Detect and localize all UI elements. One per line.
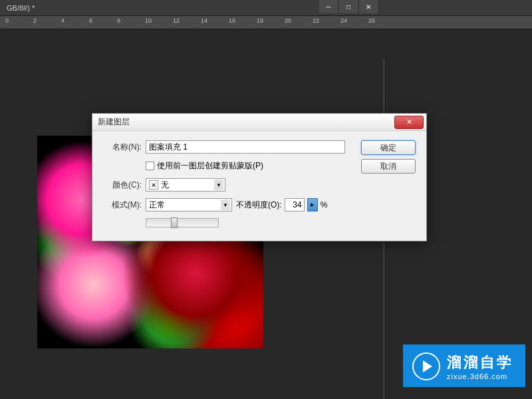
color-select[interactable]: ✕ 无 ▼ <box>146 178 225 192</box>
dialog-form: 名称(N): 使用前一图层创建剪贴蒙版(P) 颜色(C): ✕ 无 ▼ <box>103 140 353 227</box>
opacity-label: 不透明度(O): <box>236 200 282 211</box>
dialog-close-button[interactable]: ✕ <box>394 116 424 129</box>
color-label: 颜色(C): <box>103 180 142 191</box>
ruler-tick: 26 <box>368 17 375 24</box>
watermark-title: 溜溜自学 <box>447 352 513 372</box>
ruler-tick: 2 <box>33 17 37 24</box>
mode-value: 正常 <box>149 200 165 211</box>
none-swatch-icon: ✕ <box>149 180 158 190</box>
opacity-slider[interactable] <box>146 218 219 227</box>
color-row: 颜色(C): ✕ 无 ▼ <box>103 178 353 192</box>
ruler-tick: 20 <box>285 17 291 24</box>
ok-button[interactable]: 确定 <box>361 140 416 155</box>
mode-select[interactable]: 正常 ▼ <box>146 198 232 211</box>
watermark: 溜溜自学 zixue.3d66.com <box>403 344 525 387</box>
opacity-flyout-button[interactable]: ▶ <box>307 198 318 211</box>
close-button[interactable]: ✕ <box>359 0 378 13</box>
ruler-tick: 14 <box>201 17 207 24</box>
ruler-tick: 8 <box>117 17 120 24</box>
slider-thumb[interactable] <box>171 217 178 228</box>
maximize-button[interactable]: □ <box>339 0 358 13</box>
ruler-tick: 18 <box>257 17 263 24</box>
minimize-button[interactable]: ─ <box>319 0 338 13</box>
mode-row: 模式(M): 正常 ▼ 不透明度(O): ▶ % <box>103 198 353 211</box>
name-row: 名称(N): <box>103 140 353 154</box>
ruler-tick: 22 <box>313 17 319 24</box>
color-value: 无 <box>161 180 169 191</box>
ruler-tick: 0 <box>5 17 9 24</box>
document-tab[interactable]: GB/8#) * <box>0 1 41 15</box>
chevron-down-icon: ▼ <box>214 180 223 190</box>
ruler-tick: 16 <box>229 17 235 24</box>
ruler-tick: 4 <box>61 17 65 24</box>
chevron-down-icon: ▼ <box>221 200 230 210</box>
ruler-tick: 12 <box>173 17 180 24</box>
dialog-body: 名称(N): 使用前一图层创建剪贴蒙版(P) 颜色(C): ✕ 无 ▼ <box>92 131 426 241</box>
dialog-titlebar[interactable]: 新建图层 ✕ <box>92 114 426 131</box>
clipping-mask-checkbox[interactable] <box>146 162 154 170</box>
ruler-tick: 10 <box>145 17 152 24</box>
dialog-title: 新建图层 <box>98 116 130 128</box>
ruler-tick: 6 <box>89 17 92 24</box>
clipping-mask-label: 使用前一图层创建剪贴蒙版(P) <box>157 160 263 172</box>
opacity-unit: % <box>321 200 328 209</box>
opacity-group: 不透明度(O): ▶ % <box>236 198 327 211</box>
opacity-input[interactable] <box>285 198 305 211</box>
play-icon <box>412 352 440 380</box>
horizontal-ruler: 0 2 4 6 8 10 12 14 16 18 20 22 24 26 <box>0 16 532 29</box>
cancel-button[interactable]: 取消 <box>361 159 416 174</box>
mode-label: 模式(M): <box>103 200 142 211</box>
name-input[interactable] <box>146 140 345 154</box>
ruler-tick: 24 <box>340 17 347 24</box>
name-label: 名称(N): <box>103 142 142 153</box>
window-controls: ─ □ ✕ <box>319 0 378 13</box>
new-layer-dialog: 新建图层 ✕ 名称(N): 使用前一图层创建剪贴蒙版(P) 颜色(C): ✕ 无 <box>92 113 427 241</box>
watermark-subtitle: zixue.3d66.com <box>447 372 513 380</box>
watermark-text: 溜溜自学 zixue.3d66.com <box>447 352 513 380</box>
clipping-mask-row: 使用前一图层创建剪贴蒙版(P) <box>103 160 353 172</box>
dialog-buttons: 确定 取消 <box>361 140 416 227</box>
document-tab-bar: GB/8#) * <box>0 0 532 16</box>
